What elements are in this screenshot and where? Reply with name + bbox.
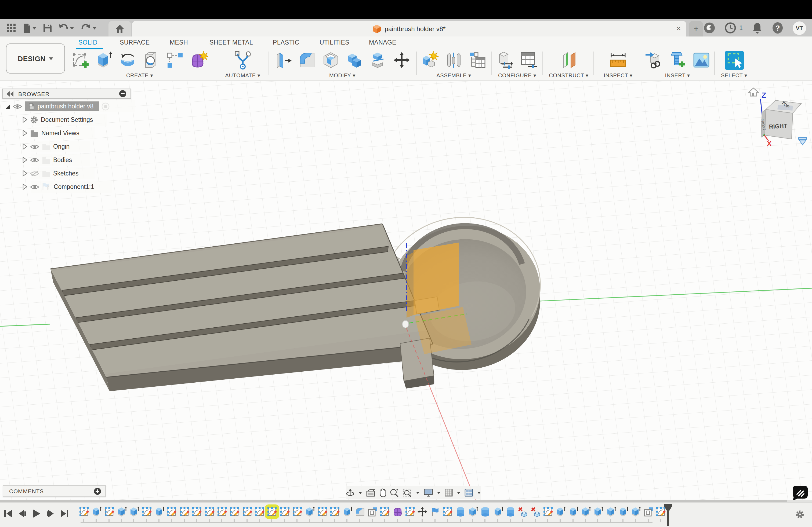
go-to-end-button[interactable]	[60, 509, 69, 518]
timeline-item-form[interactable]	[392, 506, 403, 517]
timeline-item-sketch[interactable]	[242, 506, 253, 517]
timeline-scrollbar-thumb[interactable]	[0, 500, 787, 502]
timeline-item-extrude[interactable]	[618, 506, 629, 517]
timeline-item-sketch[interactable]	[78, 506, 90, 517]
group-label-configure[interactable]: CONFIGURE ▾	[494, 73, 540, 78]
tab-manage[interactable]: MANAGE	[369, 39, 396, 46]
look-at-icon[interactable]	[366, 488, 375, 497]
zoom-icon[interactable]	[390, 488, 399, 497]
timeline-item-extrude[interactable]	[605, 506, 616, 517]
extrude-button[interactable]	[95, 50, 114, 70]
insert-derive-button[interactable]	[644, 50, 664, 70]
insert-canvas-button[interactable]	[692, 50, 711, 70]
timeline-item-sketch[interactable]	[229, 506, 240, 517]
timeline-item-sketch[interactable]	[216, 506, 228, 517]
measure-button[interactable]	[608, 50, 628, 70]
tab-surface[interactable]: SURFACE	[120, 39, 149, 46]
undo-button[interactable]	[59, 24, 74, 32]
file-menu-button[interactable]	[23, 23, 37, 32]
timeline-item-extrude[interactable]	[567, 506, 579, 517]
tab-solid[interactable]: SOLID	[78, 39, 98, 46]
timeline-item-move[interactable]	[417, 506, 428, 517]
timeline-item-extrude[interactable]	[129, 506, 140, 517]
joint-button[interactable]	[444, 50, 463, 70]
timeline-item-sketch[interactable]	[254, 506, 265, 517]
collapse-panel-icon[interactable]	[6, 91, 14, 96]
browser-row-bodies[interactable]: Bodies	[23, 154, 72, 166]
fit-caret-icon[interactable]	[416, 492, 419, 494]
eye-icon[interactable]	[30, 144, 39, 149]
tab-mesh[interactable]: MESH	[170, 39, 188, 46]
job-status-icon[interactable]	[703, 22, 715, 34]
timeline-item-project[interactable]	[367, 506, 378, 517]
hole-button[interactable]	[142, 50, 161, 70]
timeline-item-component[interactable]	[430, 506, 441, 517]
help-icon[interactable]: ?	[772, 22, 784, 34]
panel-display-menu-icon[interactable]	[119, 90, 126, 97]
tab-plastic[interactable]: PLASTIC	[273, 39, 300, 46]
select-button[interactable]	[724, 50, 744, 70]
user-avatar[interactable]: VT	[793, 21, 806, 35]
group-label-create[interactable]: CREATE ▾	[70, 73, 209, 78]
group-label-modify[interactable]: MODIFY ▾	[271, 73, 414, 78]
browser-row-root[interactable]: paintbrush holder v8	[5, 100, 110, 112]
timeline-item-cylinder[interactable]	[480, 506, 491, 517]
timeline-item-sketch[interactable]	[103, 506, 115, 517]
construct-plane-button[interactable]	[559, 50, 578, 70]
shell-button[interactable]	[321, 50, 340, 70]
move-copy-button[interactable]	[392, 50, 411, 70]
comments-panel[interactable]: COMMENTS	[3, 485, 106, 497]
home-tab[interactable]	[108, 21, 131, 36]
grid-caret-icon[interactable]	[457, 492, 460, 494]
timeline-item-extrude[interactable]	[116, 506, 127, 517]
create-sketch-button[interactable]	[71, 50, 90, 70]
timeline-item-extrude[interactable]	[555, 506, 566, 517]
assistant-chat-icon[interactable]	[792, 485, 809, 500]
add-comment-icon[interactable]	[94, 487, 101, 495]
tab-utilities[interactable]: UTILITIES	[320, 39, 349, 46]
timeline-item-project[interactable]	[643, 506, 654, 517]
timeline-item-fillet[interactable]	[354, 506, 365, 517]
timeline-item-sketch[interactable]	[379, 506, 391, 517]
timeline-item-sketch[interactable]	[191, 506, 202, 517]
timeline-playhead[interactable]	[664, 504, 672, 525]
timeline-item-sketch[interactable]	[204, 506, 215, 517]
timeline-item-extrude[interactable]	[342, 506, 353, 517]
browser-row-named-views[interactable]: Named Views	[23, 127, 79, 139]
browser-row-document-settings[interactable]: Document Settings	[23, 114, 93, 125]
expand-caret-icon[interactable]	[23, 183, 27, 190]
expand-caret-icon[interactable]	[23, 157, 27, 163]
timeline-item-extrude[interactable]	[580, 506, 591, 517]
app-grid-icon[interactable]	[7, 23, 16, 32]
create-form-button[interactable]	[189, 50, 208, 70]
timeline-item-sketch[interactable]	[542, 506, 554, 517]
group-label-select[interactable]: SELECT ▾	[717, 73, 751, 78]
notifications-bell-icon[interactable]	[752, 22, 763, 33]
orbit-icon[interactable]	[346, 488, 354, 497]
combine-button[interactable]	[345, 50, 364, 70]
insert-fastener-button[interactable]	[668, 50, 687, 70]
timeline-scrollbar[interactable]	[0, 500, 812, 502]
eye-icon[interactable]	[30, 184, 39, 190]
automate-button[interactable]	[233, 50, 252, 70]
revolve-button[interactable]	[118, 50, 137, 70]
viewports-icon[interactable]	[465, 488, 473, 497]
orbit-caret-icon[interactable]	[359, 492, 362, 494]
eye-hidden-icon[interactable]	[30, 170, 39, 177]
timeline-item-sketch[interactable]	[404, 506, 416, 517]
close-document-icon[interactable]: ×	[676, 23, 681, 34]
press-pull-button[interactable]	[274, 50, 293, 70]
timeline-item-sketch[interactable]	[141, 506, 153, 517]
bom-table-button[interactable]	[468, 50, 487, 70]
redo-button[interactable]	[81, 24, 97, 32]
step-back-button[interactable]	[18, 509, 26, 518]
configure-button[interactable]	[496, 50, 515, 70]
expand-triangle-icon[interactable]	[5, 104, 10, 109]
configuration-table-button[interactable]	[519, 50, 539, 70]
group-label-automate[interactable]: AUTOMATE ▾	[221, 73, 264, 78]
browser-row-component1[interactable]: Component1:1	[23, 181, 94, 193]
timeline-item-sketch[interactable]	[267, 506, 278, 517]
tab-sheet-metal[interactable]: SHEET METAL	[209, 39, 253, 46]
timeline-item-extrude[interactable]	[593, 506, 604, 517]
document-tab[interactable]: paintbrush holder v8* ×	[132, 21, 686, 36]
